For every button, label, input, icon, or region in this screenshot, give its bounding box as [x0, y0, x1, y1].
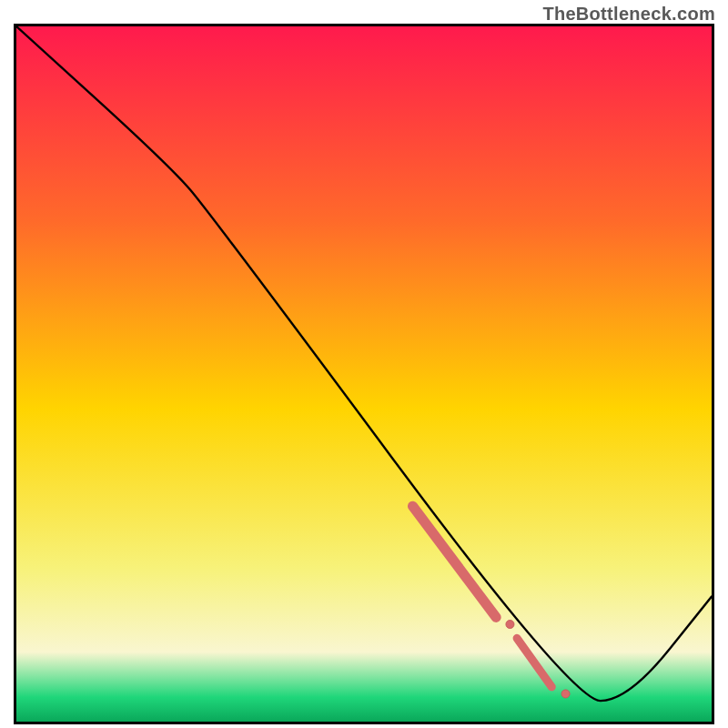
highlight-point: [561, 690, 570, 698]
plot-foreground: [16, 26, 712, 722]
highlight-segment: [412, 506, 496, 617]
highlight-point: [506, 621, 514, 629]
watermark-label: TheBottleneck.com: [542, 4, 715, 25]
highlight-segment: [517, 638, 551, 686]
plot-frame: [14, 24, 714, 724]
highlight-segments: [412, 506, 551, 687]
bottleneck-curve: [16, 26, 712, 701]
highlight-points: [506, 621, 570, 698]
chart-stage: TheBottleneck.com: [0, 0, 728, 728]
